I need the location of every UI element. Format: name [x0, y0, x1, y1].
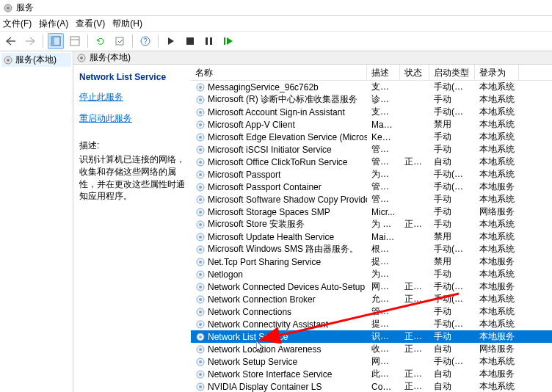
svg-point-20 — [199, 98, 202, 101]
service-row[interactable]: Microsoft Office ClickToRun Service管理...… — [191, 156, 552, 168]
service-logon: 本地系统 — [475, 118, 519, 131]
svg-point-34 — [199, 186, 202, 189]
service-name: Net.Tcp Port Sharing Service — [208, 257, 321, 267]
service-row[interactable]: Network List Service识别...正在...手动本地服务 — [191, 330, 552, 343]
service-row[interactable]: Microsoft Passport为用...手动(触发...本地系统 — [191, 168, 552, 181]
service-desc: Micr... — [367, 207, 400, 217]
service-desc: Man... — [367, 120, 400, 130]
tree-pane: 服务(本地) — [0, 51, 73, 392]
service-name: Microsoft (R) 诊断中心标准收集器服务 — [208, 93, 357, 106]
refresh-button[interactable] — [92, 33, 109, 49]
service-name: Network List Service — [208, 332, 288, 342]
start-service-button[interactable] — [163, 33, 179, 49]
titlebar: 服务 — [0, 0, 552, 16]
services-icon — [3, 55, 13, 65]
list-rows: MessagingService_96c762b支持...手动(触发...本地系… — [191, 81, 552, 392]
col-status-header[interactable]: 状态 — [400, 65, 429, 80]
pause-service-button[interactable] — [201, 33, 217, 49]
svg-point-58 — [199, 335, 202, 338]
service-name: Microsoft Update Health Service — [208, 232, 334, 242]
svg-point-28 — [199, 148, 202, 151]
col-desc-header[interactable]: 描述 — [367, 65, 400, 80]
properties-button[interactable] — [67, 33, 83, 49]
service-row[interactable]: Microsoft Store 安装服务为 M...正在...手动本地系统 — [191, 218, 552, 231]
service-name: Microsoft Software Shadow Copy Provider — [208, 195, 367, 205]
tree-root-item[interactable]: 服务(本地) — [1, 53, 71, 67]
service-startup: 手动 — [429, 93, 475, 106]
service-row[interactable]: Microsoft Edge Elevation Service (Micros… — [191, 131, 552, 143]
svg-point-66 — [199, 385, 202, 388]
gear-icon — [195, 357, 206, 367]
menu-file[interactable]: 文件(F) — [3, 18, 32, 30]
service-row[interactable]: Netlogon为用...手动本地系统 — [191, 268, 552, 280]
menu-view[interactable]: 查看(V) — [76, 18, 105, 30]
service-row[interactable]: Network Store Interface Service此服...正在..… — [191, 368, 552, 380]
service-row[interactable]: Network Connected Devices Auto-Setup网络..… — [191, 280, 552, 293]
gear-icon — [195, 82, 206, 92]
service-row[interactable]: Microsoft Update Health ServiceMain...禁用… — [191, 231, 552, 243]
service-row[interactable]: Net.Tcp Port Sharing Service提供...禁用本地服务 — [191, 255, 552, 268]
service-logon: 网络服务 — [475, 343, 519, 355]
export-button[interactable] — [112, 33, 128, 49]
main-panel: 服务(本地) 服务(本地) Network List Service 停止此服务… — [0, 51, 552, 392]
forward-button[interactable] — [22, 33, 38, 49]
service-row[interactable]: Microsoft Windows SMS 路由器服务。根据...手动(触发..… — [191, 243, 552, 255]
stop-link[interactable]: 停止此服务 — [79, 91, 185, 104]
service-row[interactable]: Microsoft App-V ClientMan...禁用本地系统 — [191, 118, 552, 131]
restart-service-button[interactable] — [220, 33, 236, 49]
service-startup: 手动 — [429, 218, 475, 231]
stop-service-button[interactable] — [182, 33, 198, 49]
service-row[interactable]: Microsoft Account Sign-in Assistant支持...… — [191, 106, 552, 118]
service-logon: 本地系统 — [475, 106, 519, 118]
gear-icon — [195, 107, 206, 117]
gear-icon — [195, 157, 206, 167]
service-row[interactable]: Microsoft iSCSI Initiator Service管理...手动… — [191, 143, 552, 156]
list-header: 名称 描述 状态 启动类型 登录为 — [191, 65, 552, 81]
service-startup: 手动(触发... — [429, 106, 475, 118]
service-name: Microsoft iSCSI Initiator Service — [208, 145, 332, 155]
svg-rect-12 — [224, 37, 225, 45]
view-detail-button[interactable] — [48, 33, 64, 49]
service-row[interactable]: Microsoft Software Shadow Copy Provider管… — [191, 193, 552, 206]
service-logon: 本地服务 — [475, 255, 519, 268]
service-status: 正在... — [400, 330, 429, 343]
menu-help[interactable]: 帮助(H) — [112, 18, 142, 30]
service-row[interactable]: Network Location Awareness收集...正在...自动网络… — [191, 343, 552, 355]
gear-icon — [195, 145, 206, 155]
col-logon-header[interactable]: 登录为 — [475, 65, 519, 80]
service-status: 正在... — [400, 380, 429, 392]
service-logon: 本地服务 — [475, 330, 519, 343]
gear-icon — [195, 182, 206, 192]
service-row[interactable]: Network Connections管理"...手动本地系统 — [191, 305, 552, 318]
col-startup-header[interactable]: 启动类型 — [429, 65, 475, 80]
service-row[interactable]: Network Connectivity Assistant提供...手动(触发… — [191, 318, 552, 330]
service-row[interactable]: Microsoft Passport Container管理...手动(触发..… — [191, 181, 552, 193]
help-button[interactable]: ? — [137, 33, 153, 49]
svg-point-46 — [199, 261, 202, 264]
services-icon — [76, 53, 87, 63]
service-status: 正在... — [400, 343, 429, 355]
service-row[interactable]: Network Connection Broker允许...正在...手动(触发… — [191, 293, 552, 305]
service-startup: 手动(触发... — [429, 280, 475, 293]
tree-root-label: 服务(本地) — [15, 54, 57, 66]
gear-icon — [195, 132, 206, 142]
restart-link[interactable]: 重启动此服务 — [79, 112, 185, 125]
back-button[interactable] — [3, 33, 19, 49]
col-name-header[interactable]: 名称 — [191, 65, 367, 80]
svg-point-30 — [199, 161, 202, 164]
service-row[interactable]: MessagingService_96c762b支持...手动(触发...本地系… — [191, 81, 552, 93]
svg-text:?: ? — [143, 37, 148, 46]
svg-point-42 — [199, 236, 202, 239]
svg-point-54 — [199, 311, 202, 313]
service-row[interactable]: Network Setup Service网络...手动(触发...本地系统 — [191, 355, 552, 368]
service-startup: 自动 — [429, 380, 475, 392]
service-name: MessagingService_96c762b — [208, 82, 319, 92]
gear-icon — [195, 294, 206, 305]
service-desc: 管理... — [367, 156, 400, 168]
service-desc: 收集... — [367, 343, 400, 355]
service-row[interactable]: Microsoft Storage Spaces SMPMicr...手动网络服… — [191, 206, 552, 218]
service-row[interactable]: NVIDIA Display Container LSCont...正在...自… — [191, 380, 552, 392]
service-row[interactable]: Microsoft (R) 诊断中心标准收集器服务诊断...手动本地系统 — [191, 93, 552, 106]
menu-action[interactable]: 操作(A) — [39, 18, 68, 30]
service-desc: 管理... — [367, 193, 400, 206]
